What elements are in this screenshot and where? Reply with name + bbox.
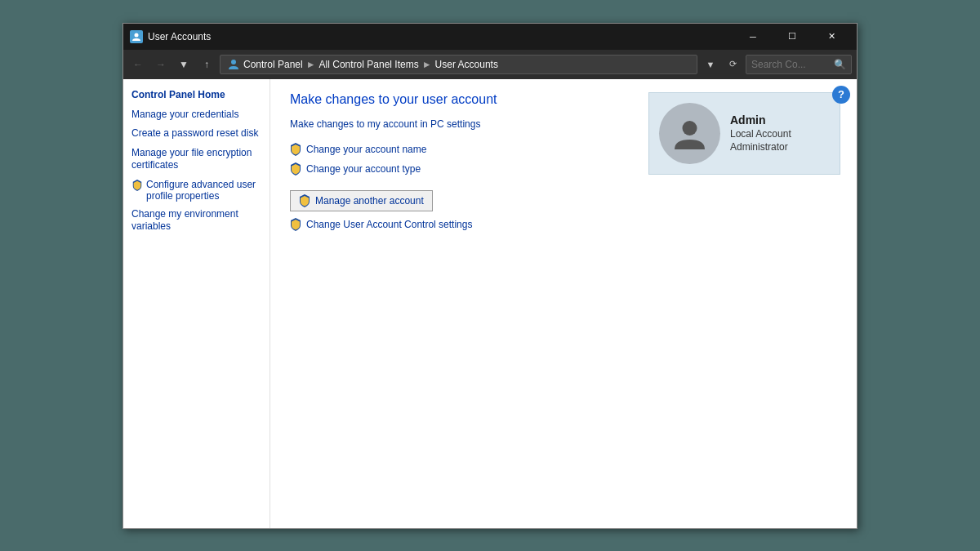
path-all-items[interactable]: All Control Panel Items — [319, 59, 419, 70]
back-button[interactable]: ← — [128, 55, 148, 74]
address-controls: ▼ ⟳ — [701, 55, 742, 74]
shield-icon-manage — [299, 194, 310, 207]
shield-icon-uac — [290, 218, 301, 231]
avatar-image — [671, 115, 708, 152]
uac-settings-link[interactable]: Change User Account Control settings — [306, 219, 472, 230]
sidebar-home-link[interactable]: Control Panel Home — [131, 89, 261, 100]
up-button[interactable]: ↑ — [197, 55, 216, 74]
sidebar-file-encryption[interactable]: Manage your file encryption certificates — [131, 147, 261, 172]
forward-button[interactable]: → — [151, 55, 171, 74]
main-content: Control Panel Home Manage your credentia… — [123, 79, 857, 528]
shield-icon-name — [290, 143, 301, 156]
close-button[interactable]: ✕ — [813, 24, 850, 50]
minimize-button[interactable]: ─ — [734, 24, 772, 50]
search-box[interactable]: 🔍 — [746, 55, 852, 74]
sidebar-manage-credentials[interactable]: Manage your credentials — [131, 109, 261, 122]
sidebar-password-reset[interactable]: Create a password reset disk — [131, 127, 261, 140]
user-name: Admin — [730, 113, 791, 127]
sidebar: Control Panel Home Manage your credentia… — [123, 79, 270, 528]
svg-point-2 — [683, 121, 697, 136]
avatar — [659, 103, 720, 164]
content-area: Make changes to your user account Make c… — [270, 79, 857, 528]
user-type: Local Account — [730, 128, 791, 140]
maximize-button[interactable]: ☐ — [773, 24, 811, 50]
change-account-name-link[interactable]: Change your account name — [306, 144, 426, 155]
uac-settings-item: Change User Account Control settings — [290, 218, 837, 231]
search-input[interactable] — [751, 59, 831, 70]
user-role: Administrator — [730, 141, 791, 153]
sidebar-environment-vars[interactable]: Change my environment variables — [131, 208, 261, 233]
sidebar-advanced-link[interactable]: Configure advanced user profile properti… — [146, 179, 261, 202]
path-control-panel[interactable]: Control Panel — [243, 59, 303, 70]
change-account-type-link[interactable]: Change your account type — [306, 163, 421, 175]
user-card: Admin Local Account Administrator — [648, 92, 840, 175]
main-window: User Accounts ─ ☐ ✕ ← → ▼ ↑ Control Pane… — [122, 23, 858, 529]
address-path[interactable]: Control Panel ► All Control Panel Items … — [220, 55, 697, 74]
refresh-button[interactable]: ⟳ — [723, 55, 742, 74]
window-title: User Accounts — [148, 31, 734, 42]
user-info: Admin Local Account Administrator — [730, 113, 791, 153]
window-controls: ─ ☐ ✕ — [734, 24, 850, 50]
dropdown-button[interactable]: ▼ — [701, 55, 720, 74]
shield-icon-type — [290, 162, 301, 176]
help-button[interactable]: ? — [832, 86, 850, 104]
search-icon: 🔍 — [834, 59, 846, 70]
recent-pages-button[interactable]: ▼ — [174, 55, 194, 74]
title-bar: User Accounts ─ ☐ ✕ — [123, 24, 857, 50]
sidebar-advanced-profile[interactable]: Configure advanced user profile properti… — [131, 179, 261, 202]
shield-icon — [131, 180, 143, 191]
path-user-accounts: User Accounts — [435, 59, 498, 70]
manage-another-account-button[interactable]: Manage another account — [290, 190, 433, 211]
svg-point-0 — [135, 33, 139, 37]
address-bar: ← → ▼ ↑ Control Panel ► All Control Pane… — [123, 50, 857, 79]
window-icon — [130, 30, 143, 43]
svg-point-1 — [231, 60, 236, 64]
manage-another-account-label: Manage another account — [315, 195, 424, 207]
